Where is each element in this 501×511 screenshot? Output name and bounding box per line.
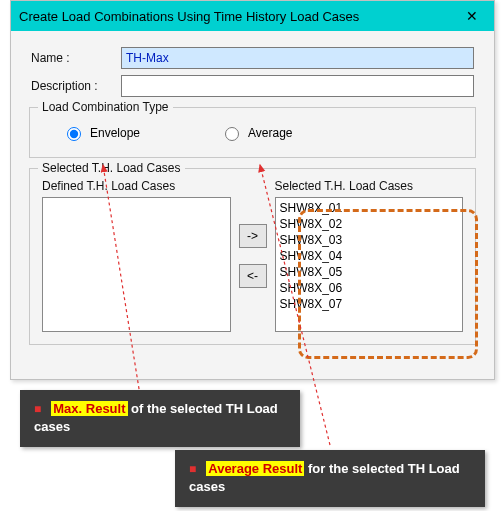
radio-average-label: Average xyxy=(248,126,292,140)
selected-th-group: Selected T.H. Load Cases Defined T.H. Lo… xyxy=(29,168,476,345)
arrow-col: -> <- xyxy=(238,179,268,332)
defined-list-label: Defined T.H. Load Cases xyxy=(42,179,231,193)
radio-average[interactable]: Average xyxy=(220,124,292,141)
dialog-window: Create Load Combinations Using Time Hist… xyxy=(10,0,495,380)
callout-average-result: ■Average Result for the selected TH Load… xyxy=(175,450,485,507)
selected-th-group-label: Selected T.H. Load Cases xyxy=(38,161,185,175)
name-input[interactable] xyxy=(121,47,474,69)
radio-row: Envelope Average xyxy=(42,118,463,147)
lists-row: Defined T.H. Load Cases -> <- Selected T… xyxy=(42,179,463,332)
description-input[interactable] xyxy=(121,75,474,97)
name-label: Name : xyxy=(31,51,121,65)
bullet-icon: ■ xyxy=(189,462,196,476)
name-row: Name : xyxy=(11,41,494,69)
callout-avg-highlight: Average Result xyxy=(206,461,304,476)
list-item[interactable]: SHW8X_05 xyxy=(276,264,463,280)
radio-envelope-input[interactable] xyxy=(67,127,81,141)
list-item[interactable]: SHW8X_02 xyxy=(276,216,463,232)
description-row: Description : xyxy=(11,69,494,97)
bullet-icon: ■ xyxy=(34,402,41,416)
callout-max-highlight: Max. Result xyxy=(51,401,127,416)
defined-list-col: Defined T.H. Load Cases xyxy=(42,179,231,332)
radio-average-input[interactable] xyxy=(225,127,239,141)
list-item[interactable]: SHW8X_03 xyxy=(276,232,463,248)
defined-listbox[interactable] xyxy=(42,197,231,332)
selected-list-col: Selected T.H. Load Cases SHW8X_01SHW8X_0… xyxy=(275,179,464,332)
list-item[interactable]: SHW8X_04 xyxy=(276,248,463,264)
callout-max-result: ■Max. Result of the selected TH Load cas… xyxy=(20,390,300,447)
move-right-button[interactable]: -> xyxy=(239,224,267,248)
list-item[interactable]: SHW8X_01 xyxy=(276,200,463,216)
combination-type-group: Load Combination Type Envelope Average xyxy=(29,107,476,158)
list-item[interactable]: SHW8X_06 xyxy=(276,280,463,296)
close-icon[interactable]: ✕ xyxy=(458,5,486,27)
selected-list-label: Selected T.H. Load Cases xyxy=(275,179,464,193)
dialog-title: Create Load Combinations Using Time Hist… xyxy=(19,9,458,24)
titlebar: Create Load Combinations Using Time Hist… xyxy=(11,1,494,31)
radio-envelope[interactable]: Envelope xyxy=(62,124,140,141)
selected-listbox[interactable]: SHW8X_01SHW8X_02SHW8X_03SHW8X_04SHW8X_05… xyxy=(275,197,464,332)
move-left-button[interactable]: <- xyxy=(239,264,267,288)
list-item[interactable]: SHW8X_07 xyxy=(276,296,463,312)
radio-envelope-label: Envelope xyxy=(90,126,140,140)
description-label: Description : xyxy=(31,79,121,93)
combination-type-label: Load Combination Type xyxy=(38,100,173,114)
